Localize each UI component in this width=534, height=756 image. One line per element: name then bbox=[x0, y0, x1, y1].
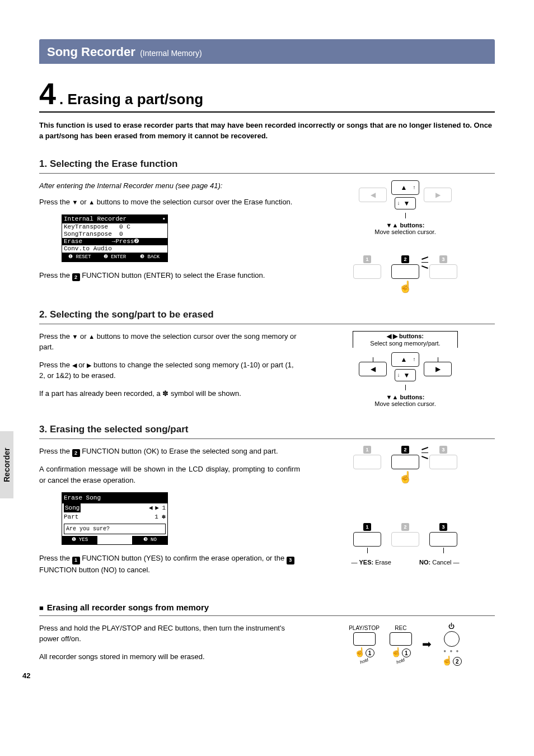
fn1-badge: 1 bbox=[72, 557, 80, 564]
fn2-button bbox=[391, 455, 419, 469]
section2-heading: 2. Selecting the song/part to be erased bbox=[39, 309, 495, 324]
fn3-icon: 3 bbox=[439, 255, 447, 263]
fn2-icon: 2 bbox=[401, 523, 409, 531]
lcd-fn3: ❸ BACK bbox=[132, 253, 167, 262]
hold-label: hold bbox=[396, 657, 405, 665]
lcd-prompt: Are you sure? bbox=[64, 524, 166, 534]
section3-p3: Press the 1 FUNCTION button (YES) to con… bbox=[39, 553, 300, 575]
fn3-button bbox=[429, 264, 457, 279]
lcd-row: Conv.to Audio bbox=[62, 245, 167, 253]
power-icon: ⏻ bbox=[448, 623, 455, 629]
lcd-arrows: ◀ ▶ bbox=[149, 505, 158, 511]
hand-icon: ☝2 bbox=[442, 655, 462, 666]
txt: or bbox=[78, 198, 88, 206]
section2-p1: Press the ▼ or ▲ buttons to move the sel… bbox=[39, 331, 300, 353]
txt: Press the bbox=[39, 447, 72, 455]
fn3-icon: 3 bbox=[439, 523, 447, 531]
indicator-dots: ● ● ● bbox=[443, 648, 460, 654]
lcd-fn1: ❶ RESET bbox=[62, 253, 97, 262]
caption-text: Move selection cursor. bbox=[374, 228, 435, 235]
lcd-fn2: ❷ ENTER bbox=[97, 253, 133, 262]
hand-icon: ☝ bbox=[399, 281, 413, 292]
fn1-icon: 1 bbox=[363, 446, 371, 454]
txt: Press the bbox=[39, 554, 72, 562]
fn3-icon: 3 bbox=[439, 446, 447, 454]
heading-text: . Erasing a part/song bbox=[59, 91, 203, 111]
heading-suffix: . bbox=[59, 91, 63, 108]
fn1-icon: 1 bbox=[363, 255, 371, 263]
lcd-fn3: ❸ NO bbox=[132, 536, 167, 545]
section1-p1: Press the ▼ or ▲ buttons to move the sel… bbox=[39, 197, 300, 208]
fn1-button bbox=[353, 264, 381, 279]
chapter-subtitle: (Internal Memory) bbox=[140, 49, 202, 58]
fn1-button bbox=[353, 532, 381, 547]
up-icon: ▲ bbox=[88, 199, 95, 206]
txt: FUNCTION button (NO) to cancel. bbox=[39, 566, 150, 574]
txt: FUNCTION button (YES) to confirm the era… bbox=[80, 554, 287, 562]
down-icon: ▼ bbox=[72, 333, 78, 340]
page-number: 42 bbox=[22, 671, 30, 680]
down-button: ↓▼ bbox=[395, 369, 416, 381]
heading-title: Erasing a part/song bbox=[68, 91, 204, 108]
hand-icon: ☝1 bbox=[354, 647, 374, 658]
section1-heading: 1. Selecting the Erase function bbox=[39, 158, 495, 174]
txt: buttons to move the selection cursor ove… bbox=[95, 198, 292, 206]
txt: FUNCTION button (OK) to Erase the select… bbox=[80, 447, 278, 455]
lcd-row: Part1 ✽ bbox=[62, 512, 167, 522]
fn2-button bbox=[391, 532, 419, 547]
dpad-diagram-1: ◀ ▲↑ ↓▼ ▶ ▼▲ buttons:Move selection curs… bbox=[359, 180, 452, 235]
no-label: NO: bbox=[419, 559, 430, 566]
intro-text: This function is used to erase recorder … bbox=[39, 120, 495, 142]
hold-label: hold bbox=[359, 657, 369, 665]
caption-bold: ◀ ▶ buttons: bbox=[387, 333, 424, 339]
lcd-row-selected: Erase →Press❷ bbox=[62, 238, 167, 245]
yes-label: YES: bbox=[359, 559, 374, 566]
side-tab-recorder: Recorder bbox=[0, 431, 13, 498]
hand-icon: ☝1 bbox=[391, 647, 411, 658]
lcd-row: KeyTranspose 0 C bbox=[62, 223, 167, 231]
fn2-badge: 2 bbox=[72, 449, 80, 457]
section1-p2: Press the 2 FUNCTION button (ENTER) to s… bbox=[39, 270, 300, 282]
erase-all-p2: All recorder songs stored in memory will… bbox=[39, 651, 300, 662]
fn2-badge: 2 bbox=[72, 273, 80, 281]
down-icon: ▼ bbox=[72, 199, 78, 206]
dpad-caption: ▼▲ buttons:Move selection cursor. bbox=[374, 222, 435, 235]
lcd-internal-recorder: Internal Recorder▪ KeyTranspose 0 C Song… bbox=[62, 214, 168, 262]
step-1: 1 bbox=[366, 648, 374, 657]
right-button: ▶ bbox=[424, 362, 452, 376]
ud-caption: ▼▲ buttons:Move selection cursor. bbox=[374, 394, 435, 407]
txt: or bbox=[78, 332, 88, 340]
dpad-diagram-2: ◀ ▲↑ ↓▼ ▶ ▼▲ buttons:Move selection curs… bbox=[359, 352, 452, 407]
section3-p2: A confirmation message will be shown in … bbox=[39, 464, 300, 486]
lcd-val: 1 bbox=[162, 505, 166, 511]
yes-no-labels: — YES: Erase NO: Cancel — bbox=[351, 559, 459, 566]
erase-all-heading: Erasing all recorder songs from memory bbox=[39, 603, 495, 616]
lcd-title: Erase Song bbox=[62, 493, 167, 503]
up-icon: ▲ bbox=[88, 333, 95, 340]
txt: Press the bbox=[39, 198, 72, 206]
fn2-icon: 2 bbox=[401, 446, 409, 454]
fn3-button bbox=[429, 532, 457, 547]
rec-label: REC bbox=[395, 625, 406, 631]
section1-note: After entering the Internal Recorder men… bbox=[39, 180, 300, 192]
caption-bold: ▼▲ buttons: bbox=[386, 222, 425, 228]
lcd-row: SongTranspose 0 bbox=[62, 231, 167, 238]
lcd-val: 1 ✽ bbox=[154, 512, 166, 522]
right-button: ▶ bbox=[424, 188, 452, 202]
left-button: ◀ bbox=[359, 188, 387, 202]
fn1-button bbox=[353, 455, 381, 469]
fn3-badge: 3 bbox=[287, 557, 294, 564]
arrow-right-icon: ➡ bbox=[422, 637, 432, 651]
left-icon: ◀ bbox=[72, 362, 77, 368]
fn-buttons-diagram-1: 1 2 ☝ 3 bbox=[353, 255, 457, 292]
no-desc: Cancel bbox=[432, 559, 451, 566]
up-button: ▲↑ bbox=[391, 352, 419, 367]
left-button: ◀ bbox=[359, 362, 387, 376]
section3-heading: 3. Erasing the selected song/part bbox=[39, 424, 495, 439]
lr-bracket: ◀ ▶ buttons:Select song memory/part. bbox=[353, 331, 457, 348]
yes-desc: Erase bbox=[375, 559, 391, 566]
step-1b: 1 bbox=[402, 648, 411, 657]
chapter-header: Song Recorder (Internal Memory) bbox=[39, 39, 495, 64]
main-heading: 4 . Erasing a part/song bbox=[39, 78, 495, 113]
section2-p3: If a part has already been recorded, a ✽… bbox=[39, 388, 300, 399]
